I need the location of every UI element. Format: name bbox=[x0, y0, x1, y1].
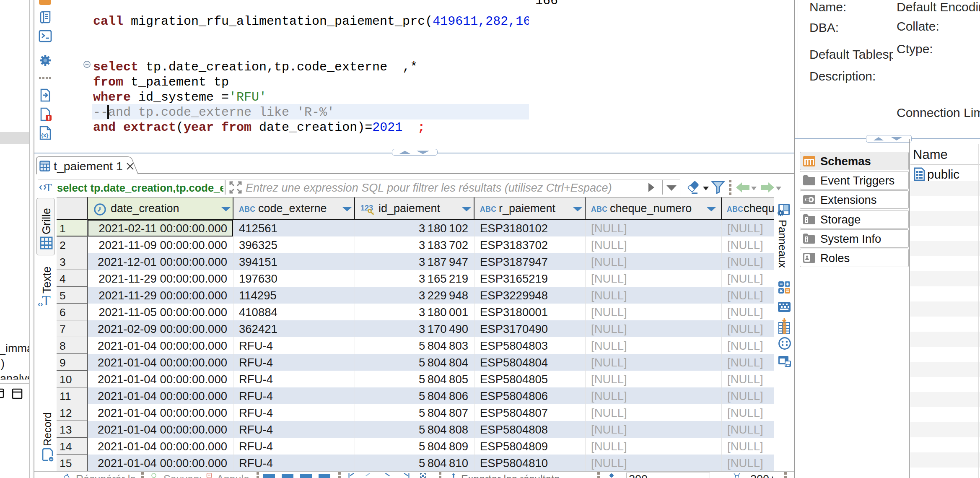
svg-text:{x}: {x} bbox=[41, 132, 48, 138]
svg-text:T: T bbox=[45, 182, 52, 194]
